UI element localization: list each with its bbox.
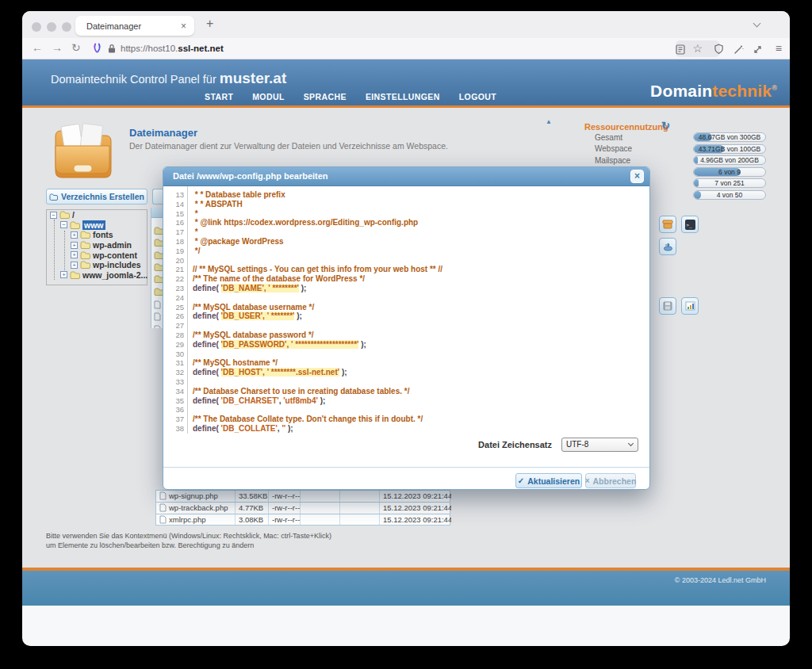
code-text: */ xyxy=(187,247,649,256)
resource-label: Gesamt xyxy=(595,133,693,142)
archive-tool-button[interactable] xyxy=(659,216,676,233)
cancel-label: Abbrechen xyxy=(593,476,637,486)
cancel-button[interactable]: × Abbrechen xyxy=(585,473,636,488)
transfer-tool-button[interactable] xyxy=(659,238,676,255)
tree-item-label: www xyxy=(82,220,105,230)
forward-icon[interactable]: → xyxy=(52,41,63,54)
nav-item-sprache[interactable]: SPRACHE xyxy=(304,92,347,101)
reload-icon[interactable]: ↻ xyxy=(71,41,81,54)
tree-expander-icon[interactable]: − xyxy=(50,212,57,219)
tree-item-www[interactable]: −www xyxy=(47,220,147,231)
file-row-wp-trackback-php[interactable]: wp-trackback.php4.77KB-rw-r--r--15.12.20… xyxy=(156,502,450,514)
tree-expander-icon[interactable]: + xyxy=(71,242,78,249)
tab-title: Dateimanager xyxy=(86,21,181,31)
code-text: * @link https://codex.wordpress.org/Edit… xyxy=(187,218,649,227)
charset-select[interactable]: UTF-8 xyxy=(561,438,638,452)
save-tool-button[interactable] xyxy=(659,297,676,315)
window-zoom-button[interactable] xyxy=(62,22,71,32)
code-line: 16 * @link https://codex.wordpress.org/E… xyxy=(163,218,649,227)
tree-item-fonts[interactable]: +fonts xyxy=(47,230,147,240)
url-text[interactable]: https://host10.ssl-net.net xyxy=(121,44,224,53)
fullscreen-arrow-icon[interactable] xyxy=(753,44,763,58)
chart-tool-button[interactable] xyxy=(681,297,699,315)
tree-expander-icon[interactable]: + xyxy=(60,271,67,278)
code-line: 24 xyxy=(163,293,649,303)
resource-bar: 4.96GB von 200GB xyxy=(693,155,766,165)
file-row-xmlrpc-php[interactable]: xmlrpc.php3.08KB-rw-r--r--15.12.2023 09:… xyxy=(156,514,450,526)
line-number: 25 xyxy=(163,303,187,312)
resource-row: Mailspace4.96GB von 200GB xyxy=(595,155,766,166)
create-directory-label: Verzeichnis Erstellen xyxy=(61,192,144,201)
nav-item-modul[interactable]: MODUL xyxy=(252,92,285,101)
refresh-icon[interactable]: ↻ xyxy=(661,120,670,132)
copyright: © 2003-2024 Ledl.net GmbH xyxy=(675,576,766,584)
code-text: // ** MySQL settings - You can get this … xyxy=(187,265,649,274)
nav-item-logout[interactable]: LOGOUT xyxy=(459,92,496,101)
code-text: define( 'DB_COLLATE', '' ); xyxy=(187,424,649,434)
tree-expander-icon[interactable]: + xyxy=(71,262,78,269)
menu-icon[interactable]: ≡ xyxy=(776,42,782,55)
logo-orange: technik xyxy=(712,82,772,100)
terminal-tool-button[interactable]: >_ xyxy=(681,216,699,233)
line-number: 19 xyxy=(163,247,187,256)
line-number: 16 xyxy=(163,218,187,227)
dialog-title-bar[interactable]: Datei /www/wp-config.php bearbeiten × xyxy=(163,167,649,186)
shield-icon[interactable] xyxy=(714,44,724,58)
file-perms: -rw-r--r-- xyxy=(268,491,300,502)
check-icon: ✓ xyxy=(518,476,524,485)
code-line: 19 */ xyxy=(163,247,649,256)
charset-row: Datei Zeichensatz UTF-8 xyxy=(478,438,638,452)
window-close-button[interactable] xyxy=(32,22,41,32)
line-number: 18 xyxy=(163,237,187,247)
resource-bar: 7 von 251 xyxy=(693,178,766,188)
tree-item-wp-includes[interactable]: +wp-includes xyxy=(47,260,147,270)
code-editor[interactable]: 13 * * Database table prefix14 * * ABSPA… xyxy=(163,186,649,434)
reader-icon[interactable] xyxy=(676,44,685,58)
code-segment: define( xyxy=(193,284,219,292)
code-line: 37/** The Database Collate type. Don't c… xyxy=(163,415,649,424)
code-segment: /** MySQL database username */ xyxy=(193,303,314,312)
code-segment: 'DB_PASSWORD', ' ********************' xyxy=(221,340,359,349)
file-size: 33.58KB xyxy=(235,491,268,502)
code-line: 23define( 'DB_NAME', ' ********' ); xyxy=(163,284,649,293)
tree-item--[interactable]: −/ xyxy=(47,210,147,220)
new-tab-button[interactable]: + xyxy=(206,17,213,31)
nav-item-start[interactable]: START xyxy=(205,92,233,101)
tree-item-www-joomla-2-[interactable]: +www_joomla-2... xyxy=(47,270,147,281)
partial-toolbar-button[interactable] xyxy=(152,189,163,205)
tab-list-chevron-icon[interactable] xyxy=(753,20,761,28)
wand-icon[interactable] xyxy=(733,44,744,58)
folder-plus-icon xyxy=(49,193,58,201)
dialog-close-button[interactable]: × xyxy=(630,170,644,183)
line-number: 33 xyxy=(163,377,187,387)
code-segment: define( xyxy=(193,312,219,320)
file-row-wp-signup-php[interactable]: wp-signup.php33.58KB-rw-r--r--15.12.2023… xyxy=(156,490,450,502)
file-icon xyxy=(154,323,161,328)
window-minimize-button[interactable] xyxy=(47,22,56,32)
url-host: https://host10. xyxy=(121,44,178,53)
create-directory-button[interactable]: Verzeichnis Erstellen xyxy=(46,189,147,205)
tree-expander-icon[interactable]: − xyxy=(60,221,67,228)
browser-tab[interactable]: Dateimanager × xyxy=(75,16,194,36)
code-text xyxy=(187,321,649,331)
tree-item-wp-content[interactable]: +wp-content xyxy=(47,250,147,260)
context-menu-note-line1: Bitte verwenden Sie das Kontextmenü (Win… xyxy=(46,532,331,540)
code-text: define( 'DB_PASSWORD', ' ***************… xyxy=(187,340,649,350)
resource-bar: 4 von 50 xyxy=(693,190,766,200)
tab-close-icon[interactable]: × xyxy=(181,21,186,32)
tree-item-wp-admin[interactable]: +wp-admin xyxy=(47,240,147,250)
tree-expander-icon[interactable]: + xyxy=(71,251,78,258)
code-line: 20 xyxy=(163,256,649,266)
tree-expander-icon[interactable]: + xyxy=(71,231,78,239)
nav-item-einstellungen[interactable]: EINSTELLUNGEN xyxy=(366,92,440,101)
extension-icon[interactable] xyxy=(92,43,102,55)
panel-title: Domaintechnik Control Panel für muster.a… xyxy=(51,70,286,87)
collapse-arrow-icon[interactable]: ▲ xyxy=(546,118,552,125)
tree-item-label: www_joomla-2... xyxy=(82,270,147,280)
update-button[interactable]: ✓ Aktualisieren xyxy=(515,473,582,488)
back-icon[interactable]: ← xyxy=(32,41,43,54)
bookmark-star-icon[interactable]: ☆ xyxy=(692,42,703,55)
folder-icon xyxy=(59,211,70,219)
code-line: 22/** The name of the database for WordP… xyxy=(163,274,649,284)
code-line: 13 * * Database table prefix xyxy=(163,190,649,200)
